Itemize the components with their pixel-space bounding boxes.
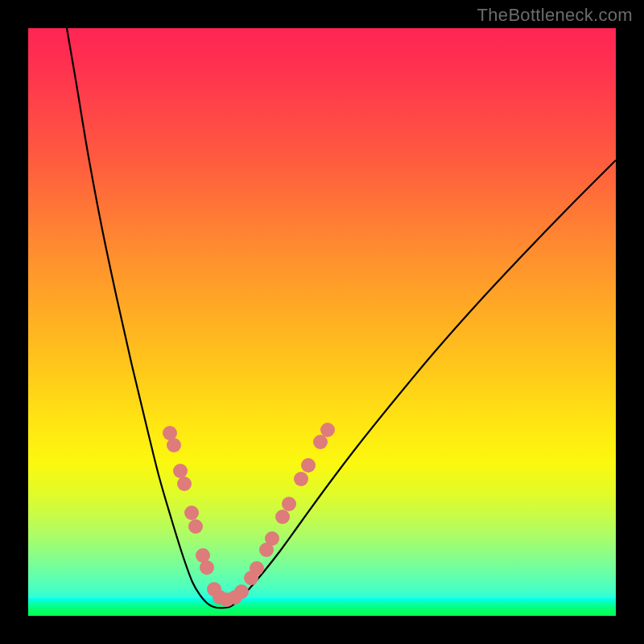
watermark-text: TheBottleneck.com: [477, 5, 633, 26]
data-marker: [200, 560, 214, 575]
chart-frame: TheBottleneck.com: [0, 0, 644, 644]
curves-svg: [28, 28, 616, 616]
data-marker: [250, 561, 264, 576]
data-marker: [184, 506, 199, 520]
data-marker: [320, 423, 335, 437]
marker-group: [163, 423, 335, 607]
data-marker: [188, 519, 203, 534]
data-marker: [173, 464, 188, 478]
data-marker: [275, 510, 290, 524]
data-marker: [294, 472, 308, 486]
right-branch-curve: [225, 160, 616, 608]
plot-area: [28, 28, 616, 616]
data-marker: [234, 584, 249, 599]
data-marker: [313, 435, 328, 449]
data-marker: [282, 497, 296, 511]
data-marker: [167, 438, 181, 452]
data-marker: [301, 458, 316, 473]
data-marker: [265, 531, 279, 546]
left-branch-curve: [67, 28, 225, 608]
data-marker: [177, 477, 192, 491]
